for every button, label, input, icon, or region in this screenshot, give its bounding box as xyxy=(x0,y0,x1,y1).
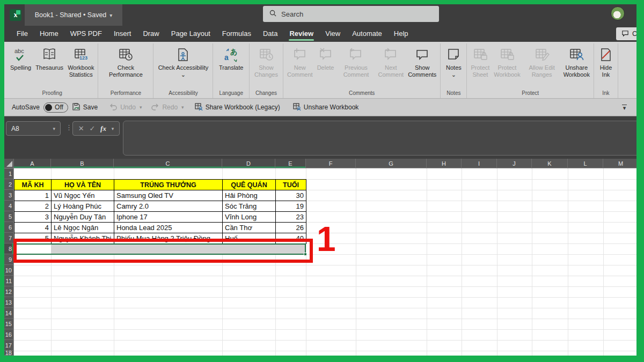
table-cell[interactable]: Camry 2.0 xyxy=(114,201,223,212)
formula-bar-drag-handle[interactable]: ⋮ xyxy=(65,123,72,131)
table-cell[interactable]: Lý Hoàng Phúc xyxy=(51,201,114,212)
column-header-a[interactable]: A xyxy=(14,159,51,168)
row-header-8[interactable]: 8 xyxy=(4,243,14,254)
unshare-workbook-button[interactable]: Unshare Workbook xyxy=(292,102,359,113)
column-header-b[interactable]: B xyxy=(51,159,114,168)
insert-function-icon[interactable]: fx xyxy=(100,124,106,133)
row-header-13[interactable]: 13 xyxy=(4,297,14,308)
row-header-11[interactable]: 11 xyxy=(4,276,14,286)
notes-button[interactable]: Notes ⌄ xyxy=(443,43,464,78)
table-cell[interactable]: 4 xyxy=(14,222,52,233)
tab-draw[interactable]: Draw xyxy=(137,26,165,42)
share-workbook-legacy-button[interactable]: Share Workbook (Legacy) xyxy=(194,102,280,113)
table-cell[interactable]: Samsung Oled TV xyxy=(114,190,223,201)
tab-formulas[interactable]: Formulas xyxy=(216,26,257,42)
column-header-c[interactable]: C xyxy=(114,159,222,168)
check-accessibility-button[interactable]: Check Accessibility ⌄ xyxy=(155,43,211,78)
confirm-entry-icon[interactable]: ✓ xyxy=(89,124,95,132)
tab-file[interactable]: File xyxy=(11,26,34,42)
row-header-3[interactable]: 3 xyxy=(4,190,14,201)
table-cell[interactable]: Honda Lead 2025 xyxy=(114,222,223,233)
search-input[interactable]: Search xyxy=(263,6,439,22)
tab-view[interactable]: View xyxy=(319,26,346,42)
row-header-10[interactable]: 10 xyxy=(4,265,14,276)
row-header-7[interactable]: 7 xyxy=(4,233,14,243)
excel-app-icon[interactable]: x xyxy=(10,9,21,21)
unshare-workbook-button[interactable]: Unshare Workbook xyxy=(561,43,592,78)
table-cell[interactable]: Iphone 17 xyxy=(114,211,223,223)
hide-ink-button[interactable]: Hide Ink xyxy=(596,43,616,78)
column-header-d[interactable]: D xyxy=(222,159,275,168)
table-cell[interactable]: Cần Thơ xyxy=(222,222,276,233)
check-performance-button[interactable]: Check Performance xyxy=(100,43,151,78)
tab-home[interactable]: Home xyxy=(34,26,64,42)
row-header-18[interactable]: 18 xyxy=(4,351,14,356)
name-box[interactable]: A8 ▾ xyxy=(6,121,61,136)
table-cell[interactable]: Nguyễn Duy Tân xyxy=(51,211,114,223)
comments-button[interactable]: Comments xyxy=(616,27,636,40)
table-cell[interactable]: 3 xyxy=(14,211,52,223)
column-header-l[interactable]: L xyxy=(568,159,603,168)
column-header-i[interactable]: I xyxy=(462,159,497,168)
column-header-k[interactable]: K xyxy=(532,159,568,168)
row-header-15[interactable]: 15 xyxy=(4,319,14,329)
table-cell[interactable]: 23 xyxy=(275,211,306,223)
row-header-1[interactable]: 1 xyxy=(4,168,14,179)
ribbon-group-label: Comments xyxy=(285,90,438,98)
table-cell[interactable]: Lê Ngọc Ngân xyxy=(51,222,114,233)
table-cell[interactable]: 19 xyxy=(275,201,306,212)
workbook-statistics-button[interactable]: 123Workbook Statistics xyxy=(65,43,96,78)
tab-automate[interactable]: Automate xyxy=(346,26,388,42)
column-header-f[interactable]: F xyxy=(306,159,356,168)
column-header-g[interactable]: G xyxy=(356,159,427,168)
table-cell[interactable]: Hải Phòng xyxy=(222,190,276,201)
row-header-2[interactable]: 2 xyxy=(4,179,14,190)
tab-page-layout[interactable]: Page Layout xyxy=(165,26,216,42)
table-header-cell[interactable]: MÃ KH xyxy=(14,179,52,190)
cancel-entry-icon[interactable]: ✕ xyxy=(78,124,84,132)
table-header-cell[interactable]: TRÚNG THƯỞNG xyxy=(114,179,223,190)
chevron-down-icon: ▾ xyxy=(112,126,114,131)
row-header-6[interactable]: 6 xyxy=(4,222,14,233)
tab-data[interactable]: Data xyxy=(257,26,283,42)
column-header-e[interactable]: E xyxy=(275,159,306,168)
tab-insert[interactable]: Insert xyxy=(108,26,137,42)
row-header-5[interactable]: 5 xyxy=(4,211,14,222)
thesaurus-button[interactable]: Thesaurus xyxy=(33,43,65,71)
tab-help[interactable]: Help xyxy=(388,26,414,42)
table-cell[interactable]: 2 xyxy=(14,201,52,212)
table-cell[interactable]: 26 xyxy=(275,222,306,233)
row-header-9[interactable]: 9 xyxy=(4,254,14,265)
table-header-cell[interactable]: QUÊ QUÁN xyxy=(222,179,276,190)
column-header-h[interactable]: H xyxy=(427,159,462,168)
table-cell[interactable]: Sóc Trăng xyxy=(222,201,276,212)
tab-review[interactable]: Review xyxy=(283,26,319,42)
column-header-j[interactable]: J xyxy=(497,159,532,168)
show-comments-button[interactable]: Show Comments xyxy=(406,43,438,78)
qat-overflow-button[interactable]: ▾ xyxy=(622,105,627,110)
translate-button[interactable]: a あ Translate xyxy=(217,43,245,71)
gridline xyxy=(14,276,636,276)
row-header-4[interactable]: 4 xyxy=(4,201,14,211)
table-header-cell[interactable]: TUỔI xyxy=(275,179,306,190)
column-header-m[interactable]: M xyxy=(603,159,636,168)
save-button[interactable]: Save xyxy=(72,102,98,113)
row-header-16[interactable]: 16 xyxy=(4,329,14,340)
user-avatar[interactable] xyxy=(611,6,625,20)
row-header-12[interactable]: 12 xyxy=(4,286,14,297)
quick-access-toolbar: AutoSave Off Save Undo ▾ Redo ▾ xyxy=(4,99,636,116)
table-cell[interactable]: 1 xyxy=(14,190,52,201)
row-header-17[interactable]: 17 xyxy=(4,340,14,351)
ribbon-group-label: Proofing xyxy=(8,90,96,98)
table-cell[interactable]: Vĩnh Long xyxy=(222,211,276,223)
spelling-button[interactable]: abc Spelling xyxy=(8,43,33,71)
table-cell[interactable]: Vũ Ngọc Yến xyxy=(51,190,114,201)
table-header-cell[interactable]: HỌ VÀ TÊN xyxy=(51,179,114,190)
workbook-title[interactable]: Book1 - Shared • Saved ▾ xyxy=(25,4,122,26)
table-cell[interactable]: 30 xyxy=(275,190,306,201)
select-all-corner[interactable] xyxy=(4,159,14,168)
tab-wps-pdf[interactable]: WPS PDF xyxy=(64,26,108,42)
row-header-14[interactable]: 14 xyxy=(4,308,14,319)
autosave-toggle[interactable]: Off xyxy=(43,102,68,113)
formula-input[interactable] xyxy=(123,121,636,156)
